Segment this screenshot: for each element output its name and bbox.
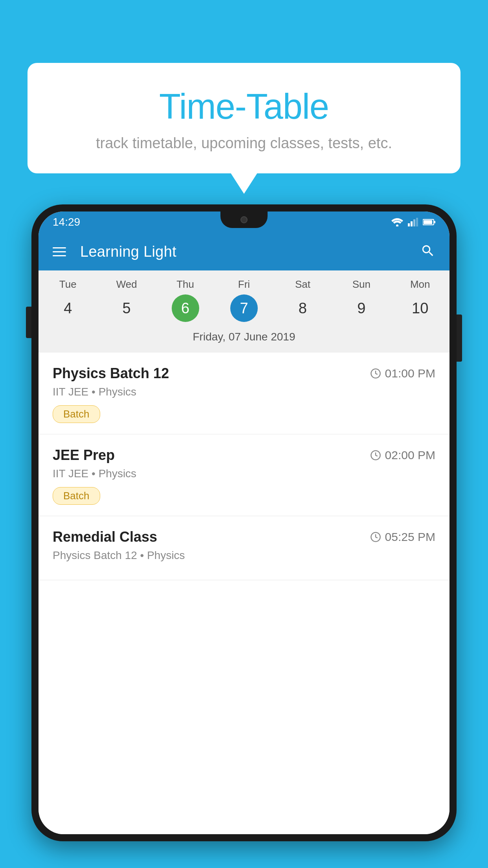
schedule-meta-3: Physics Batch 12 • Physics bbox=[53, 549, 435, 562]
date-7[interactable]: 7 bbox=[215, 294, 273, 322]
day-fri: Fri bbox=[215, 278, 273, 291]
schedule-title-2: JEE Prep bbox=[53, 447, 115, 463]
camera-dot bbox=[240, 216, 248, 223]
bubble-subtitle: track timetable, upcoming classes, tests… bbox=[51, 135, 437, 152]
phone-outer: 14:29 bbox=[31, 204, 457, 841]
date-5[interactable]: 5 bbox=[97, 294, 156, 322]
svg-rect-2 bbox=[411, 221, 413, 226]
date-8[interactable]: 8 bbox=[273, 294, 332, 322]
batch-tag-2: Batch bbox=[53, 487, 100, 505]
bubble-title: Time-Table bbox=[51, 86, 437, 127]
status-icons bbox=[391, 218, 435, 226]
wifi-icon bbox=[391, 218, 403, 226]
schedule-item-2-header: JEE Prep 02:00 PM bbox=[53, 447, 435, 463]
schedule-list: Physics Batch 12 01:00 PM IIT JEE • Phys… bbox=[39, 353, 449, 834]
schedule-item-2[interactable]: JEE Prep 02:00 PM IIT JEE • Physics Batc… bbox=[39, 434, 449, 516]
status-time: 14:29 bbox=[53, 216, 80, 228]
date-4[interactable]: 4 bbox=[39, 294, 97, 322]
schedule-time-3: 05:25 PM bbox=[370, 530, 435, 544]
schedule-title-3: Remedial Class bbox=[53, 529, 157, 545]
phone-wrapper: 14:29 bbox=[31, 204, 457, 868]
svg-rect-7 bbox=[434, 221, 435, 223]
dates-row: 4 5 6 7 8 9 10 bbox=[39, 294, 449, 322]
day-thu: Thu bbox=[156, 278, 215, 291]
schedule-title-1: Physics Batch 12 bbox=[53, 365, 169, 382]
date-6[interactable]: 6 bbox=[156, 294, 215, 322]
svg-rect-3 bbox=[413, 219, 415, 226]
hamburger-menu-icon[interactable] bbox=[53, 247, 66, 256]
app-bar: Learning Light bbox=[39, 233, 449, 270]
date-10[interactable]: 10 bbox=[391, 294, 449, 322]
notch bbox=[220, 211, 268, 228]
svg-rect-1 bbox=[408, 223, 410, 226]
batch-tag-1: Batch bbox=[53, 405, 100, 423]
schedule-meta-1: IIT JEE • Physics bbox=[53, 386, 435, 398]
selected-date-label: Friday, 07 June 2019 bbox=[39, 327, 449, 349]
schedule-item-3-header: Remedial Class 05:25 PM bbox=[53, 529, 435, 545]
app-bar-title: Learning Light bbox=[80, 243, 406, 260]
phone-screen: 14:29 bbox=[39, 211, 449, 834]
days-header: Tue Wed Thu Fri Sat Sun Mon bbox=[39, 278, 449, 291]
svg-point-0 bbox=[396, 224, 398, 226]
day-tue: Tue bbox=[39, 278, 97, 291]
day-sat: Sat bbox=[273, 278, 332, 291]
day-wed: Wed bbox=[97, 278, 156, 291]
signal-icon bbox=[408, 218, 418, 226]
schedule-meta-2: IIT JEE • Physics bbox=[53, 467, 435, 480]
schedule-time-2: 02:00 PM bbox=[370, 449, 435, 462]
speech-bubble: Time-Table track timetable, upcoming cla… bbox=[28, 63, 460, 173]
schedule-time-1: 01:00 PM bbox=[370, 367, 435, 380]
date-9[interactable]: 9 bbox=[332, 294, 391, 322]
schedule-item-3[interactable]: Remedial Class 05:25 PM Physics Batch 12… bbox=[39, 516, 449, 580]
day-mon: Mon bbox=[391, 278, 449, 291]
schedule-item-1-header: Physics Batch 12 01:00 PM bbox=[53, 365, 435, 382]
svg-rect-6 bbox=[424, 220, 432, 224]
schedule-item-1[interactable]: Physics Batch 12 01:00 PM IIT JEE • Phys… bbox=[39, 353, 449, 434]
calendar-strip: Tue Wed Thu Fri Sat Sun Mon 4 5 6 7 8 bbox=[39, 270, 449, 353]
battery-icon bbox=[423, 219, 435, 226]
day-sun: Sun bbox=[332, 278, 391, 291]
speech-bubble-container: Time-Table track timetable, upcoming cla… bbox=[28, 63, 460, 173]
search-button[interactable] bbox=[420, 243, 435, 260]
svg-rect-4 bbox=[416, 218, 418, 226]
